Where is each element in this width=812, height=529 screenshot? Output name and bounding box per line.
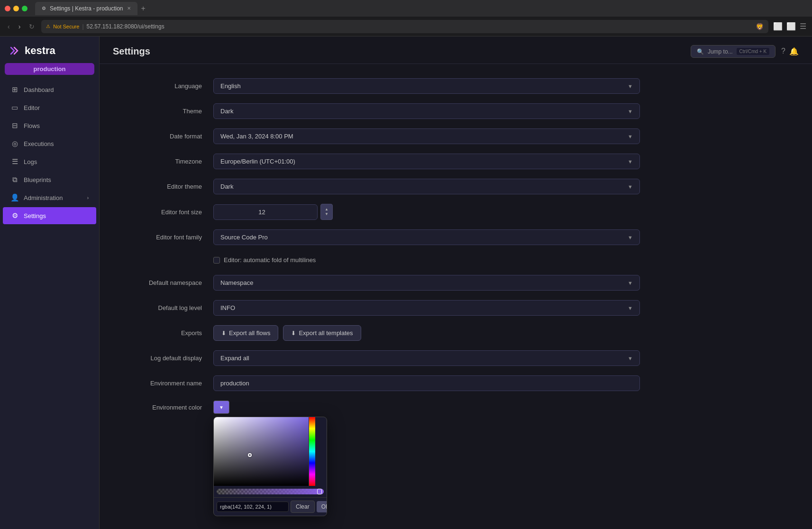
date-format-dropdown-arrow: ▼ — [628, 134, 633, 139]
env-badge[interactable]: production — [5, 63, 94, 75]
reader-view-icon[interactable]: ⬜ — [773, 22, 783, 31]
color-gradient-canvas[interactable] — [214, 417, 309, 486]
editor-theme-value: Dark — [220, 183, 233, 190]
timezone-select[interactable]: Europe/Berlin (UTC+01:00) ▼ — [213, 154, 640, 169]
sidebar-item-blueprints[interactable]: ⧉ Blueprints — [3, 171, 96, 188]
back-button[interactable]: ‹ — [6, 21, 12, 32]
exports-buttons: ⬇ Export all flows ⬇ Export all template… — [213, 325, 640, 341]
export-all-templates-label: Export all templates — [299, 329, 353, 337]
close-button[interactable] — [5, 6, 10, 11]
environment-name-input[interactable] — [213, 375, 640, 391]
browser-toolbar-right: ⬜ ⬜ ☰ — [773, 22, 806, 31]
environment-name-control — [213, 375, 640, 391]
reload-button[interactable]: ↻ — [27, 21, 36, 32]
hue-slider[interactable] — [309, 417, 315, 486]
timezone-dropdown-arrow: ▼ — [628, 159, 633, 164]
chevron-right-icon: › — [87, 195, 89, 201]
new-tab-button[interactable]: + — [137, 4, 149, 13]
jump-to-label: Jump to... — [708, 48, 733, 55]
sidebar-item-dashboard[interactable]: ⊞ Dashboard — [3, 81, 96, 98]
color-clear-button[interactable]: Clear — [291, 501, 315, 513]
page-title: Settings — [113, 46, 150, 57]
jump-to-button[interactable]: 🔍 Jump to... Ctrl/Cmd + K — [691, 45, 776, 58]
exports-label: Exports — [119, 329, 213, 337]
editor-font-size-control: ▲ ▼ — [213, 204, 640, 220]
editor-font-size-row: Editor font size ▲ ▼ — [119, 204, 793, 220]
editor-font-size-label: Editor font size — [119, 209, 213, 216]
log-default-display-value: Expand all — [220, 355, 249, 362]
color-input-row: rgba(142, 102, 224, 1) Clear OK — [214, 497, 327, 516]
editor-theme-select[interactable]: Dark ▼ — [213, 179, 640, 194]
color-swatch-button[interactable]: ▼ — [213, 401, 229, 414]
color-ok-button[interactable]: OK — [317, 501, 327, 512]
minimize-button[interactable] — [13, 6, 19, 11]
sidebar-item-logs[interactable]: ☰ Logs — [3, 153, 96, 170]
theme-row: Theme Dark ▼ — [119, 103, 793, 119]
address-bar[interactable]: ⚠ Not Secure | 52.57.151.182:8080/ui/set… — [41, 20, 768, 33]
color-picker-popup: rgba(142, 102, 224, 1) Clear OK — [213, 417, 327, 516]
sidebar-item-administration-label: Administration — [24, 194, 63, 201]
default-namespace-select[interactable]: Namespace ▼ — [213, 275, 640, 291]
sidebar-item-dashboard-label: Dashboard — [24, 86, 54, 93]
active-tab[interactable]: ⚙ Settings | Kestra - production ✕ — [35, 2, 137, 15]
sidebar-item-blueprints-label: Blueprints — [24, 176, 51, 183]
default-log-level-select[interactable]: INFO ▼ — [213, 300, 640, 316]
sidebar-item-flows[interactable]: ⊟ Flows — [3, 117, 96, 134]
theme-select[interactable]: Dark ▼ — [213, 103, 640, 119]
download-icon: ⬇ — [221, 330, 226, 337]
color-value-input[interactable]: rgba(142, 102, 224, 1) — [217, 502, 289, 512]
exports-row: Exports ⬇ Export all flows ⬇ Export all … — [119, 325, 793, 341]
editor-font-size-input[interactable] — [213, 204, 318, 220]
date-format-control: Wed, Jan 3, 2024 8:00 PM ▼ — [213, 128, 640, 144]
language-control: English ▼ — [213, 78, 640, 94]
editor-theme-control: Dark ▼ — [213, 179, 640, 194]
brave-icon: 🦁 — [756, 23, 764, 30]
search-icon: 🔍 — [697, 48, 704, 55]
language-value: English — [220, 82, 241, 90]
url-separator: | — [82, 23, 83, 30]
sidebar-item-executions[interactable]: ◎ Executions — [3, 135, 96, 152]
exports-control: ⬇ Export all flows ⬇ Export all template… — [213, 325, 640, 341]
extensions-icon[interactable]: ⬜ — [786, 22, 796, 31]
alpha-slider-track[interactable] — [217, 489, 324, 494]
editor-fold-checkbox[interactable] — [213, 257, 220, 264]
executions-icon: ◎ — [10, 139, 19, 148]
menu-icon[interactable]: ☰ — [800, 22, 806, 31]
color-picker-body — [214, 417, 327, 486]
logo-area: kestra — [0, 36, 99, 63]
language-label: Language — [119, 82, 213, 90]
environment-color-label: Environment color — [119, 404, 213, 411]
editor-theme-row: Editor theme Dark ▼ — [119, 179, 793, 194]
url-host: 52.57.151.182:8080/ui/settings — [87, 23, 164, 30]
date-format-row: Date format Wed, Jan 3, 2024 8:00 PM ▼ — [119, 128, 793, 144]
flows-icon: ⊟ — [10, 121, 19, 130]
theme-dropdown-arrow: ▼ — [628, 109, 633, 114]
export-all-flows-button[interactable]: ⬇ Export all flows — [213, 325, 278, 341]
app-container: kestra production ⊞ Dashboard ▭ Editor ⊟… — [0, 36, 812, 529]
forward-button[interactable]: › — [17, 21, 23, 32]
help-icon[interactable]: ? — [781, 47, 785, 56]
editor-font-family-row: Editor font family Source Code Pro ▼ — [119, 229, 793, 245]
tab-close-icon[interactable]: ✕ — [127, 6, 131, 11]
editor-font-family-select[interactable]: Source Code Pro ▼ — [213, 229, 640, 245]
administration-icon: 👤 — [10, 193, 19, 202]
bell-icon[interactable]: 🔔 — [789, 47, 799, 56]
export-all-templates-button[interactable]: ⬇ Export all templates — [283, 325, 361, 341]
header-action-icons: ? 🔔 — [781, 47, 799, 56]
font-size-spinner[interactable]: ▲ ▼ — [320, 204, 333, 220]
language-select[interactable]: English ▼ — [213, 78, 640, 94]
fullscreen-button[interactable] — [22, 6, 27, 11]
sidebar-item-administration[interactable]: 👤 Administration › — [3, 189, 96, 206]
sidebar-item-editor-label: Editor — [24, 104, 40, 111]
log-default-display-select[interactable]: Expand all ▼ — [213, 350, 640, 366]
sidebar-item-settings[interactable]: ⚙ Settings — [3, 207, 96, 224]
log-default-display-label: Log default display — [119, 355, 213, 362]
default-log-level-value: INFO — [220, 304, 235, 311]
date-format-select[interactable]: Wed, Jan 3, 2024 8:00 PM ▼ — [213, 128, 640, 144]
dashboard-icon: ⊞ — [10, 85, 19, 94]
editor-font-family-dropdown-arrow: ▼ — [628, 235, 633, 240]
download-templates-icon: ⬇ — [291, 330, 296, 337]
sidebar-item-editor[interactable]: ▭ Editor — [3, 99, 96, 116]
gradient-dark-layer — [214, 417, 309, 486]
alpha-gradient — [217, 489, 324, 494]
